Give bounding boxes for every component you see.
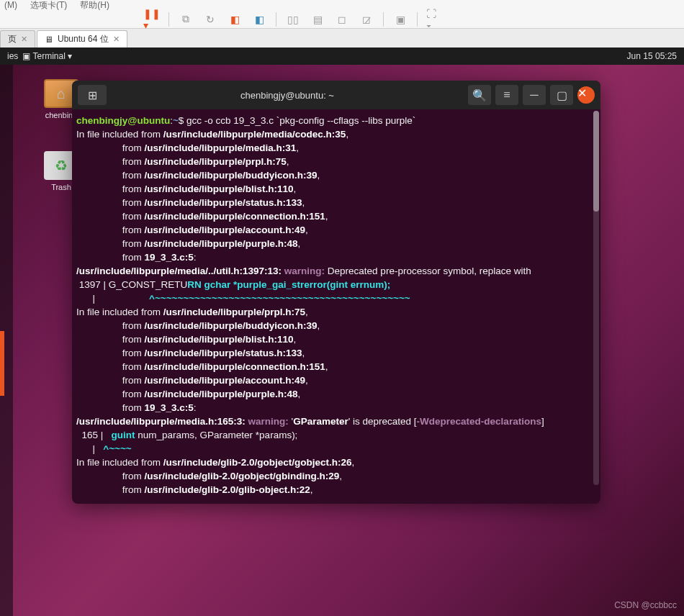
fullscreen-icon[interactable]: ⛶ ▾ <box>426 12 442 27</box>
layout-icon-3[interactable]: ◻ <box>334 12 350 27</box>
watermark: CSDN @ccbbcc <box>614 600 677 610</box>
terminal-titlebar: ⊞ chenbingjy@ubuntu: ~ 🔍 ≡ ─ ▢ ✕ <box>72 81 600 109</box>
menu-button[interactable]: ≡ <box>495 85 518 105</box>
tool-icon-2[interactable]: ◧ <box>251 12 267 27</box>
clock[interactable]: Jun 15 05:25 <box>627 51 677 61</box>
layout-icon[interactable]: ▯▯ <box>285 12 301 27</box>
separator <box>383 12 384 27</box>
new-tab-button[interactable]: ⊞ <box>78 85 107 105</box>
host-menu-bar: (M) 选项卡(T) 帮助(H) <box>0 0 684 10</box>
terminal-scrollbar[interactable] <box>593 111 599 485</box>
vm-icon: 🖥 <box>45 35 53 45</box>
desktop: ⌂ chenbing ♻ Trash ⊞ chenbingjy@ubuntu: … <box>0 65 684 616</box>
tab-home[interactable]: 页 ✕ <box>0 30 35 47</box>
tool-icon[interactable]: ◧ <box>227 12 243 27</box>
dock-indicator <box>0 331 4 396</box>
snapshot-icon[interactable]: ⧉ <box>178 12 194 27</box>
menu-view[interactable]: (M) <box>4 0 17 10</box>
tab-ubuntu[interactable]: 🖥 Ubuntu 64 位 ✕ <box>37 30 127 47</box>
terminal-title: chenbingjy@ubuntu: ~ <box>111 90 464 101</box>
layout-icon-4[interactable]: ◻̷ <box>359 12 374 27</box>
pause-icon[interactable]: ❚❚ ▾ <box>144 12 160 27</box>
launcher-dock[interactable] <box>0 65 13 616</box>
host-toolbar: ❚❚ ▾ ⧉ ↻ ◧ ◧ ▯▯ ▤ ◻ ◻̷ ▣ ⛶ ▾ <box>0 10 684 29</box>
terminal-window: ⊞ chenbingjy@ubuntu: ~ 🔍 ≡ ─ ▢ ✕ chenbin… <box>72 81 600 504</box>
activities[interactable]: ies <box>7 51 18 61</box>
tab-bar: 页 ✕ 🖥 Ubuntu 64 位 ✕ <box>0 29 684 47</box>
scrollbar-thumb[interactable] <box>593 111 599 212</box>
separator <box>417 12 418 27</box>
tab-label: Ubuntu 64 位 <box>58 33 109 45</box>
search-button[interactable]: 🔍 <box>468 85 491 105</box>
console-icon[interactable]: ▣ <box>392 12 408 27</box>
vm-viewport: ies ▣ Terminal ▾ Jun 15 05:25 ⌂ chenbing… <box>0 47 684 616</box>
menu-help[interactable]: 帮助(H) <box>80 0 109 12</box>
layout-icon-2[interactable]: ▤ <box>310 12 325 27</box>
maximize-button[interactable]: ▢ <box>550 85 573 105</box>
close-icon[interactable]: ✕ <box>21 35 27 44</box>
gnome-topbar: ies ▣ Terminal ▾ Jun 15 05:25 <box>0 47 684 65</box>
minimize-button[interactable]: ─ <box>523 85 546 105</box>
terminal-body[interactable]: chenbingjy@ubuntu:~$ gcc -o ccb 19_3_3.c… <box>72 109 600 504</box>
terminal-indicator[interactable]: ▣ Terminal ▾ <box>22 51 72 61</box>
separator <box>276 12 276 27</box>
revert-icon[interactable]: ↻ <box>202 12 218 27</box>
tab-label: 页 <box>8 33 17 45</box>
separator <box>168 12 169 27</box>
close-icon[interactable]: ✕ <box>113 35 120 44</box>
menu-options[interactable]: 选项卡(T) <box>30 0 67 12</box>
close-button[interactable]: ✕ <box>577 86 595 104</box>
